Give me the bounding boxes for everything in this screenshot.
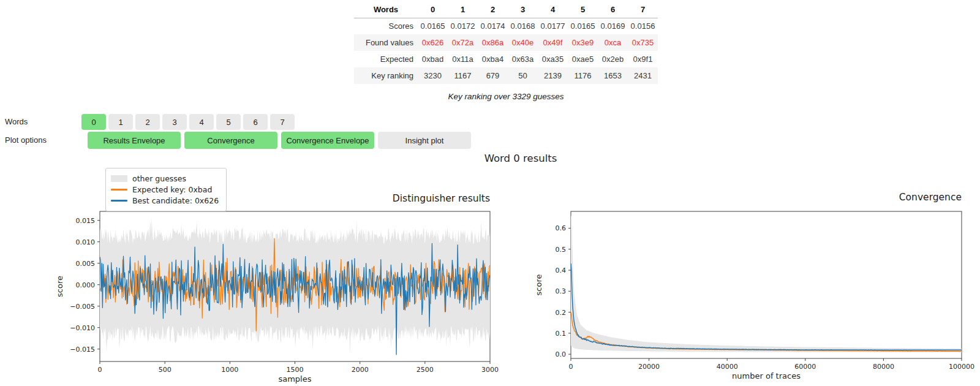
cell-scores-word-2: 0.0174: [478, 18, 508, 34]
cell-expected-word-7: 0x9f1: [628, 51, 658, 67]
plot-option-button-insight-plot[interactable]: Insight plot: [378, 132, 471, 149]
cell-found-values-word-7: 0x735: [628, 34, 658, 51]
legend-label: Expected key: 0xbad: [132, 185, 212, 194]
svg-text:1500: 1500: [287, 366, 304, 374]
table-header-words: Words: [354, 1, 418, 18]
cell-found-values-word-5: 0x3e9: [568, 34, 598, 51]
words-label: Words: [5, 114, 28, 130]
cell-key-ranking-word-6: 1653: [598, 67, 628, 84]
table-header-word-5: 5: [568, 1, 598, 18]
plot-options-label: Plot options: [5, 132, 47, 149]
word-button-6[interactable]: 6: [243, 114, 268, 130]
svg-text:0.0: 0.0: [556, 350, 567, 358]
cell-key-ranking-word-7: 2431: [628, 67, 658, 84]
svg-text:3000: 3000: [481, 366, 499, 374]
svg-text:100000: 100000: [949, 363, 974, 371]
cell-found-values-word-1: 0x72a: [448, 34, 478, 51]
cell-expected-word-3: 0x63a: [508, 51, 538, 67]
cell-scores-word-3: 0.0168: [508, 18, 538, 34]
cell-expected-word-6: 0x2eb: [598, 51, 628, 67]
cell-scores-word-5: 0.0165: [568, 18, 598, 34]
svg-text:40000: 40000: [717, 363, 738, 371]
svg-text:0.015: 0.015: [76, 217, 96, 225]
cell-expected-word-1: 0x11a: [448, 51, 478, 67]
svg-text:samples: samples: [278, 374, 311, 384]
svg-text:0: 0: [569, 363, 573, 371]
legend-label: other guesses: [132, 174, 186, 183]
legend-line-swatch: [111, 189, 127, 191]
legend-label: Best candidate: 0x626: [132, 196, 219, 205]
cell-scores-word-6: 0.0169: [598, 18, 628, 34]
svg-text:20000: 20000: [638, 363, 660, 371]
row-label-found-values: Found values: [354, 34, 418, 51]
cell-found-values-word-0: 0x626: [418, 34, 448, 51]
cell-scores-word-1: 0.0172: [448, 18, 478, 34]
legend-entry-expected-key-0xbad: Expected key: 0xbad: [111, 185, 219, 194]
word-button-4[interactable]: 4: [189, 114, 214, 130]
svg-text:−0.010: −0.010: [70, 324, 95, 332]
word-button-5[interactable]: 5: [216, 114, 241, 130]
legend-patch-swatch: [111, 175, 127, 182]
word-buttons-group: 01234567: [81, 114, 295, 130]
plot-option-button-results-envelope[interactable]: Results Envelope: [88, 132, 181, 149]
legend-entry-other-guesses: other guesses: [111, 174, 219, 183]
table-row-expected: Expected0xbad0x11a0xba40x63a0xa350xae50x…: [354, 51, 658, 67]
table-row-found-values: Found values0x6260x72a0x86a0x40e0x49f0x3…: [354, 34, 658, 51]
svg-text:0.005: 0.005: [76, 260, 96, 268]
table-header-word-6: 6: [598, 1, 628, 18]
svg-text:500: 500: [159, 366, 172, 374]
word-button-3[interactable]: 3: [162, 114, 187, 130]
cell-scores-word-4: 0.0177: [538, 18, 568, 34]
distinguisher-plot: 0500100015002000250030000.0150.0100.0050…: [52, 204, 505, 386]
svg-text:80000: 80000: [873, 363, 894, 371]
word-button-1[interactable]: 1: [108, 114, 133, 130]
word-button-0[interactable]: 0: [81, 114, 106, 130]
results-table: Words01234567 Scores0.01650.01720.01740.…: [354, 1, 658, 84]
svg-text:1000: 1000: [221, 366, 238, 374]
cell-found-values-word-3: 0x40e: [508, 34, 538, 51]
plot-option-button-convergence[interactable]: Convergence: [184, 132, 277, 149]
cell-key-ranking-word-4: 2139: [538, 67, 568, 84]
table-header-word-1: 1: [448, 1, 478, 18]
svg-text:0.6: 0.6: [556, 224, 567, 232]
svg-text:score: score: [55, 276, 64, 297]
convergence-plot: 0200004000060000800001000000.00.10.20.30…: [526, 204, 980, 386]
cell-found-values-word-6: 0xca: [598, 34, 628, 51]
legend-entry-best-candidate-0x626: Best candidate: 0x626: [111, 196, 219, 205]
plot-option-buttons-group: Results EnvelopeConvergenceConvergence E…: [88, 132, 471, 149]
cell-key-ranking-word-5: 1176: [568, 67, 598, 84]
table-header-row: Words01234567: [354, 1, 658, 18]
word-button-7[interactable]: 7: [270, 114, 295, 130]
table-row-scores: Scores0.01650.01720.01740.01680.01770.01…: [354, 18, 658, 34]
word-button-2[interactable]: 2: [135, 114, 160, 130]
svg-text:0.5: 0.5: [556, 246, 567, 254]
table-header-word-7: 7: [628, 1, 658, 18]
plot-legend: other guessesExpected key: 0xbadBest can…: [105, 168, 227, 211]
table-caption: Key ranking over 3329 guesses: [354, 92, 658, 101]
svg-text:number of traces: number of traces: [732, 371, 801, 380]
row-label-key-ranking: Key ranking: [354, 67, 418, 84]
row-label-scores: Scores: [354, 18, 418, 34]
svg-text:0.3: 0.3: [556, 287, 567, 295]
table-header-word-0: 0: [418, 1, 448, 18]
table-row-key-ranking: Key ranking32301167679502139117616532431: [354, 67, 658, 84]
svg-text:0.010: 0.010: [76, 238, 96, 246]
svg-text:2500: 2500: [417, 366, 434, 374]
cell-found-values-word-2: 0x86a: [478, 34, 508, 51]
svg-text:2000: 2000: [352, 366, 369, 374]
svg-text:−0.005: −0.005: [70, 303, 95, 311]
plot-option-button-convergence-envelope[interactable]: Convergence Envelope: [281, 132, 374, 149]
cell-expected-word-4: 0xa35: [538, 51, 568, 67]
cell-expected-word-0: 0xbad: [418, 51, 448, 67]
table-header-word-2: 2: [478, 1, 508, 18]
cell-key-ranking-word-3: 50: [508, 67, 538, 84]
svg-text:0.2: 0.2: [556, 309, 567, 317]
cell-key-ranking-word-1: 1167: [448, 67, 478, 84]
svg-text:−0.015: −0.015: [70, 346, 95, 354]
svg-text:60000: 60000: [794, 363, 816, 371]
cell-found-values-word-4: 0x49f: [538, 34, 568, 51]
convergence-plot-title: Convergence: [778, 192, 962, 203]
distinguisher-plot-title: Distinguisher results: [306, 193, 490, 204]
svg-text:0.000: 0.000: [76, 281, 96, 289]
cell-expected-word-5: 0xae5: [568, 51, 598, 67]
